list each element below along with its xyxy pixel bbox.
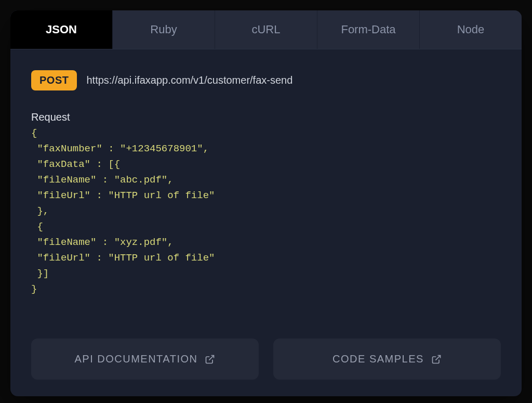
tab-node[interactable]: Node [420,10,522,49]
endpoint-url: https://api.ifaxapp.com/v1/customer/fax-… [86,74,292,86]
content-area: POST https://api.ifaxapp.com/v1/customer… [10,49,522,396]
svg-line-1 [435,355,440,360]
api-docs-label: API DOCUMENTATION [75,353,198,365]
tabs-container: JSON Ruby cURL Form-Data Node [10,10,522,49]
action-buttons: API DOCUMENTATION CODE SAMPLES [31,339,501,380]
tab-form-data[interactable]: Form-Data [317,10,420,49]
api-documentation-button[interactable]: API DOCUMENTATION [31,339,259,380]
code-samples-button[interactable]: CODE SAMPLES [273,339,501,380]
svg-line-0 [209,355,214,360]
endpoint-row: POST https://api.ifaxapp.com/v1/customer… [31,70,501,90]
request-body-code: { "faxNumber" : "+12345678901", "faxData… [31,125,501,297]
tab-curl[interactable]: cURL [215,10,317,49]
api-panel: JSON Ruby cURL Form-Data Node POST https… [10,10,522,396]
code-samples-label: CODE SAMPLES [332,353,424,365]
external-link-icon [205,354,215,365]
http-method-badge: POST [31,70,77,90]
tab-json[interactable]: JSON [10,10,113,49]
tab-ruby[interactable]: Ruby [113,10,215,49]
request-label: Request [31,111,501,123]
external-link-icon [431,354,442,365]
